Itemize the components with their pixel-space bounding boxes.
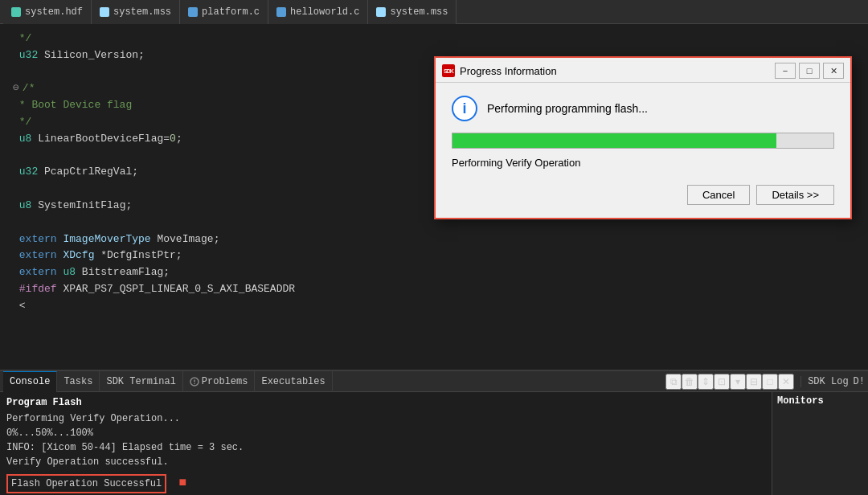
tab-label-helloworld-c: helloworld.c <box>290 6 359 18</box>
console-line-3: Verify Operation successful. <box>6 455 765 469</box>
tab-platform-c[interactable]: platform.c <box>180 0 268 24</box>
console-toolbar-icons: ⧉ 🗑 ⇕ ⊡ ▾ ⊟ □ ✕ SDK Log D! <box>665 374 868 390</box>
tab-icon-mss2 <box>376 7 386 17</box>
console-line-0: Performing Verify Operation... <box>6 411 765 426</box>
dialog-sdk-icon: SDK <box>442 64 455 77</box>
dialog-info-message: Performing programming flash... <box>487 102 648 115</box>
tab-label-system-mss: system.mss <box>113 6 171 18</box>
console-right-tab-sdklog[interactable]: SDK Log <box>800 376 848 387</box>
tab-label-system-hdf: system.hdf <box>25 6 83 18</box>
console-icon-btn-4[interactable]: ⊡ <box>714 374 730 390</box>
code-line-0: */ <box>13 31 855 47</box>
tab-icon-mss <box>100 7 109 17</box>
console-body: Program Flash Performing Verify Operatio… <box>0 392 868 495</box>
code-line-extern2: extern XDcfg *DcfgInstPtr; <box>13 248 855 264</box>
program-flash-label: Program Flash <box>6 395 765 410</box>
tab-icon-hdf <box>11 7 21 17</box>
cancel-button[interactable]: Cancel <box>687 185 750 205</box>
console-tab-bar: Console Tasks SDK Terminal Problems Exec… <box>0 371 868 392</box>
dialog-close-button[interactable]: ✕ <box>823 63 844 79</box>
progress-dialog[interactable]: SDK Progress Information − □ ✕ i <box>434 56 852 219</box>
console-tab-console[interactable]: Console <box>3 371 57 392</box>
tab-helloworld-c[interactable]: helloworld.c <box>268 0 368 24</box>
monitors-label: Monitors <box>777 395 863 407</box>
dialog-minimize-button[interactable]: − <box>775 63 796 79</box>
dialog-window-buttons: − □ ✕ <box>775 63 844 79</box>
tab-system-mss2[interactable]: system.mss <box>368 0 457 24</box>
dialog-info-row: i Performing programming flash... <box>452 96 834 121</box>
progress-bar-fill <box>452 133 776 148</box>
tab-system-hdf[interactable]: system.hdf <box>3 0 92 24</box>
dialog-title-bar: SDK Progress Information − □ ✕ <box>436 58 850 83</box>
console-tab-executables[interactable]: Executables <box>255 371 332 392</box>
console-line-1: 0%...50%...100% <box>6 426 765 440</box>
console-icon-btn-7[interactable]: □ <box>762 374 778 390</box>
tab-icon-helloworld-c <box>276 7 286 17</box>
console-main: Program Flash Performing Verify Operatio… <box>0 392 772 495</box>
progress-bar-container <box>452 133 834 149</box>
code-line-ifdef: #ifdef XPAR_PS7_QSPI_LINEAR_0_S_AXI_BASE… <box>13 281 855 298</box>
console-line-2: INFO: [Xicom 50-44] Elapsed time = 3 sec… <box>6 440 765 455</box>
dialog-buttons: Cancel Details >> <box>452 185 834 205</box>
console-tab-tasks[interactable]: Tasks <box>57 371 100 392</box>
details-button[interactable]: Details >> <box>756 185 834 205</box>
dialog-body: i Performing programming flash... Perfor… <box>436 83 850 218</box>
console-icon-btn-8[interactable]: ✕ <box>778 374 794 390</box>
tab-label-system-mss2: system.mss <box>390 6 448 18</box>
flash-success-text: Flash Operation Successful <box>6 474 166 493</box>
console-icon-btn-6[interactable]: ⊟ <box>746 374 762 390</box>
code-line-extern1: extern ImageMoverType MoveImage; <box>13 231 855 248</box>
console-icon-btn-5[interactable]: ▾ <box>730 374 746 390</box>
problems-icon <box>190 377 199 387</box>
svg-point-2 <box>194 382 195 384</box>
console-right-tab-d[interactable]: D! <box>854 376 865 387</box>
console-sidebar-monitors: Monitors <box>772 392 868 495</box>
red-dot-indicator: ■ <box>178 476 186 490</box>
tab-label-platform-c: platform.c <box>202 6 260 18</box>
console-icon-btn-1[interactable]: ⧉ <box>665 374 682 390</box>
code-line-angle: < <box>13 298 855 315</box>
tab-bar: system.hdf system.mss platform.c hellowo… <box>0 0 868 24</box>
tab-system-mss[interactable]: system.mss <box>92 0 180 24</box>
code-line-extern3: extern u8 BitstreamFlag; <box>13 264 855 281</box>
dialog-maximize-button[interactable]: □ <box>799 63 820 79</box>
bottom-panel: Console Tasks SDK Terminal Problems Exec… <box>0 370 868 495</box>
info-icon: i <box>452 96 477 121</box>
console-flash-success-wrapper: Flash Operation Successful ■ <box>6 472 765 493</box>
dialog-title: Progress Information <box>460 65 775 77</box>
verify-text: Performing Verify Operation <box>452 157 834 169</box>
console-tab-problems[interactable]: Problems <box>183 371 256 392</box>
tab-icon-platform-c <box>188 7 198 17</box>
console-icon-btn-2[interactable]: 🗑 <box>682 374 698 390</box>
console-tab-sdk-terminal[interactable]: SDK Terminal <box>100 371 182 392</box>
console-icon-btn-3[interactable]: ⇕ <box>698 374 714 390</box>
